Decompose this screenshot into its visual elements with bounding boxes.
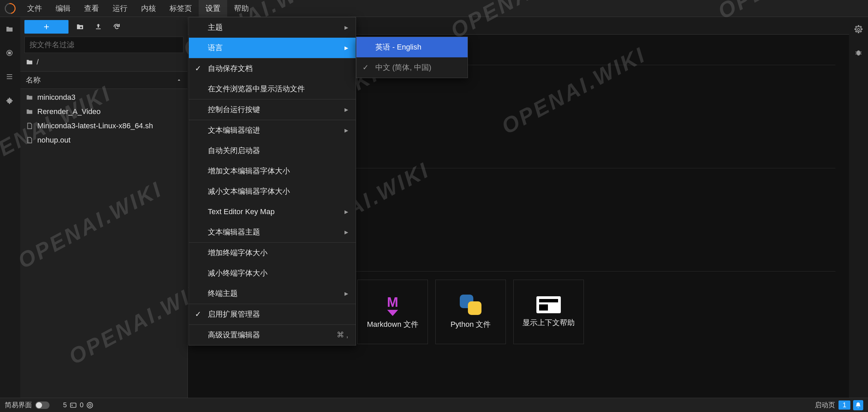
- card-context-help[interactable]: 显示上下文帮助: [513, 280, 584, 344]
- python-icon: [458, 295, 483, 315]
- settings-item-term-theme[interactable]: 终端主题▸: [189, 283, 356, 304]
- kernel-icon: [86, 401, 94, 409]
- lang-chinese[interactable]: ✓中文 (简体, 中国): [356, 57, 468, 78]
- settings-dropdown: 主题▸ 语言▸ ✓自动保存文档 在文件浏览器中显示活动文件 控制台运行按键▸ 文…: [189, 17, 356, 345]
- settings-item-advanced[interactable]: 高级设置编辑器⌘ ,: [189, 325, 356, 345]
- svg-line-11: [855, 54, 857, 54]
- settings-item-inc-term-font[interactable]: 增加终端字体大小: [189, 243, 356, 263]
- activity-bar: [0, 17, 20, 398]
- svg-point-14: [89, 404, 91, 406]
- svg-line-12: [860, 54, 861, 54]
- folder-icon: [26, 94, 33, 101]
- header-name: 名称: [26, 75, 41, 85]
- file-list-header[interactable]: 名称: [20, 71, 188, 89]
- debugger-icon[interactable]: [854, 48, 863, 57]
- menu-help[interactable]: 帮助: [227, 0, 256, 17]
- notification-count[interactable]: 1: [839, 400, 850, 410]
- svg-line-10: [860, 52, 861, 52]
- file-row[interactable]: Rerender_A_Video: [20, 105, 188, 119]
- menu-file[interactable]: 文件: [20, 0, 49, 17]
- file-browser: / 名称 miniconda3 Rerender_A_Video Minicon…: [20, 17, 188, 398]
- simple-mode-label: 简易界面: [5, 400, 32, 410]
- jupyter-logo: [3, 1, 18, 16]
- file-icon: [26, 122, 33, 130]
- card-python-file[interactable]: Python 文件: [435, 280, 506, 344]
- svg-point-8: [857, 51, 861, 56]
- kernels-count[interactable]: 0: [80, 401, 83, 409]
- card-label: 显示上下文帮助: [522, 318, 575, 327]
- folder-icon: [26, 108, 33, 115]
- menubar: 文件 编辑 查看 运行 内核 标签页 设置 帮助: [0, 0, 868, 17]
- file-row[interactable]: miniconda3: [20, 90, 188, 105]
- folder-icon: [26, 58, 33, 66]
- settings-item-dec-term-font[interactable]: 减小终端字体大小: [189, 263, 356, 283]
- svg-rect-5: [96, 29, 101, 29]
- card-label: Markdown 文件: [367, 320, 418, 329]
- toc-icon[interactable]: [5, 73, 15, 82]
- terminals-count[interactable]: 5: [63, 401, 67, 409]
- file-filter: [24, 37, 183, 53]
- property-inspector-icon[interactable]: [854, 25, 863, 34]
- menu-settings[interactable]: 设置: [199, 0, 227, 17]
- svg-line-9: [855, 52, 857, 52]
- simple-mode-toggle[interactable]: [35, 401, 50, 409]
- card-markdown-file[interactable]: M Markdown 文件: [357, 280, 428, 344]
- menu-run[interactable]: 运行: [106, 0, 134, 17]
- file-name: Rerender_A_Video: [37, 107, 101, 116]
- file-name: nohup.out: [37, 136, 71, 145]
- settings-item-enable-ext[interactable]: ✓启用扩展管理器: [189, 304, 356, 324]
- context-help-icon: [536, 296, 561, 313]
- svg-point-15: [87, 402, 93, 408]
- refresh-button[interactable]: [110, 20, 123, 34]
- settings-item-theme[interactable]: 主题▸: [189, 17, 356, 38]
- file-name: Miniconda3-latest-Linux-x86_64.sh: [37, 121, 153, 130]
- settings-item-console-run[interactable]: 控制台运行按键▸: [189, 99, 356, 120]
- settings-item-editor-theme[interactable]: 文本编辑器主题▸: [189, 222, 356, 242]
- menu-view[interactable]: 查看: [77, 0, 106, 17]
- extensions-icon[interactable]: [5, 96, 15, 106]
- file-row[interactable]: nohup.out: [20, 133, 188, 147]
- breadcrumb[interactable]: /: [20, 53, 188, 71]
- running-icon[interactable]: [5, 49, 15, 58]
- settings-item-autosave[interactable]: ✓自动保存文档: [189, 58, 356, 79]
- card-label: Python 文件: [451, 320, 491, 329]
- breadcrumb-root: /: [37, 58, 39, 67]
- right-sidebar: [849, 17, 868, 398]
- new-launcher-button[interactable]: [24, 20, 68, 34]
- settings-item-keymap[interactable]: Text Editor Key Map▸: [189, 202, 356, 222]
- menu-kernel[interactable]: 内核: [134, 0, 163, 17]
- settings-item-editor-indent[interactable]: 文本编辑器缩进▸: [189, 120, 356, 141]
- settings-item-language[interactable]: 语言▸: [189, 38, 356, 58]
- settings-item-show-active[interactable]: 在文件浏览器中显示活动文件: [189, 79, 356, 99]
- notification-bell[interactable]: [853, 400, 863, 410]
- file-list: miniconda3 Rerender_A_Video Miniconda3-l…: [20, 89, 188, 149]
- settings-item-dec-editor-font[interactable]: 减小文本编辑器字体大小: [189, 181, 356, 202]
- file-browser-toolbar: [20, 17, 188, 37]
- menu-tabs[interactable]: 标签页: [163, 0, 199, 17]
- terminal-icon: [70, 401, 77, 409]
- svg-rect-13: [71, 403, 76, 407]
- svg-rect-1: [8, 52, 11, 54]
- sort-asc-icon: [176, 77, 182, 83]
- upload-button[interactable]: [92, 20, 105, 34]
- status-bar: 简易界面 5 0 启动页 1: [0, 398, 868, 412]
- settings-item-autoclose-launcher[interactable]: 自动关闭启动器: [189, 141, 356, 161]
- settings-item-inc-editor-font[interactable]: 增加文本编辑器字体大小: [189, 161, 356, 181]
- markdown-icon: M: [382, 295, 403, 315]
- status-launcher-label[interactable]: 启动页: [815, 400, 835, 410]
- file-filter-input[interactable]: [24, 37, 183, 53]
- svg-point-7: [857, 29, 860, 31]
- lang-english[interactable]: 英语 - English: [356, 37, 468, 57]
- file-row[interactable]: Miniconda3-latest-Linux-x86_64.sh: [20, 119, 188, 133]
- file-icon: [26, 136, 33, 144]
- folder-icon[interactable]: [5, 25, 15, 35]
- bell-icon: [855, 402, 862, 409]
- new-folder-button[interactable]: [73, 20, 87, 34]
- menu-edit[interactable]: 编辑: [49, 0, 77, 17]
- file-name: miniconda3: [37, 93, 76, 102]
- language-submenu: 英语 - English ✓中文 (简体, 中国): [356, 37, 468, 78]
